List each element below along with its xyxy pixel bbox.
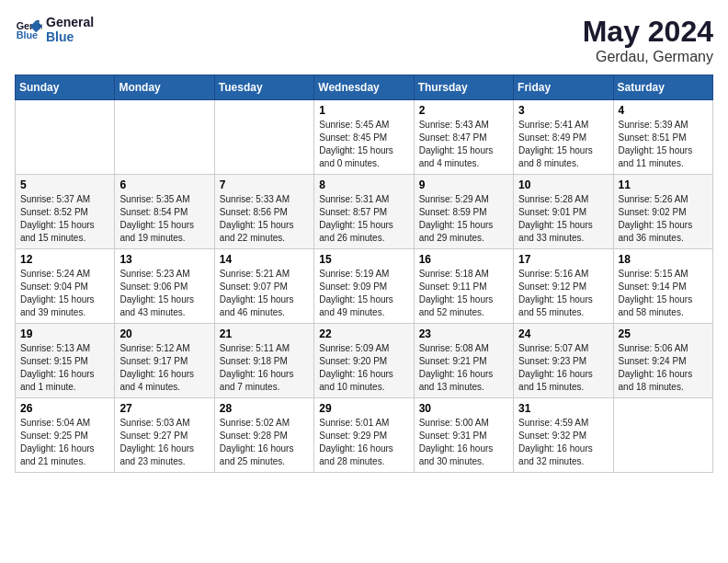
day-number: 24: [518, 327, 608, 340]
day-info: Sunrise: 5:26 AM Sunset: 9:02 PM Dayligh…: [619, 193, 708, 245]
day-number: 29: [319, 402, 408, 415]
calendar-cell: 3Sunrise: 5:41 AM Sunset: 8:49 PM Daylig…: [514, 100, 613, 175]
day-number: 23: [419, 327, 508, 340]
day-info: Sunrise: 5:18 AM Sunset: 9:11 PM Dayligh…: [419, 268, 508, 319]
logo-icon: General Blue: [15, 16, 42, 43]
day-info: Sunrise: 5:01 AM Sunset: 9:29 PM Dayligh…: [319, 417, 408, 468]
day-number: 17: [518, 253, 608, 266]
day-info: Sunrise: 5:15 AM Sunset: 9:14 PM Dayligh…: [619, 268, 708, 319]
logo-text-general: General: [46, 15, 94, 29]
calendar-cell: 9Sunrise: 5:29 AM Sunset: 8:59 PM Daylig…: [414, 175, 513, 249]
calendar-week-row: 19Sunrise: 5:13 AM Sunset: 9:15 PM Dayli…: [16, 324, 713, 398]
day-number: 19: [20, 327, 109, 340]
calendar-cell: 13Sunrise: 5:23 AM Sunset: 9:06 PM Dayli…: [115, 249, 214, 324]
day-info: Sunrise: 5:35 AM Sunset: 8:54 PM Dayligh…: [119, 193, 209, 245]
day-info: Sunrise: 5:28 AM Sunset: 9:01 PM Dayligh…: [518, 193, 608, 245]
calendar-cell: 26Sunrise: 5:04 AM Sunset: 9:25 PM Dayli…: [16, 398, 115, 473]
day-number: 11: [619, 178, 708, 191]
day-number: 21: [220, 327, 309, 340]
day-info: Sunrise: 5:45 AM Sunset: 8:45 PM Dayligh…: [319, 119, 408, 170]
calendar-cell: 14Sunrise: 5:21 AM Sunset: 9:07 PM Dayli…: [214, 249, 313, 324]
calendar-subtitle: Gerdau, Germany: [583, 49, 713, 65]
day-number: 13: [119, 253, 209, 266]
day-info: Sunrise: 5:29 AM Sunset: 8:59 PM Dayligh…: [419, 193, 508, 245]
day-number: 12: [20, 253, 109, 266]
day-info: Sunrise: 5:23 AM Sunset: 9:06 PM Dayligh…: [119, 268, 209, 319]
day-info: Sunrise: 5:21 AM Sunset: 9:07 PM Dayligh…: [220, 268, 309, 319]
day-info: Sunrise: 5:16 AM Sunset: 9:12 PM Dayligh…: [518, 268, 608, 319]
day-number: 2: [419, 104, 508, 117]
calendar-cell: 10Sunrise: 5:28 AM Sunset: 9:01 PM Dayli…: [514, 175, 613, 249]
weekday-header-monday: Monday: [115, 75, 214, 100]
calendar-cell: 7Sunrise: 5:33 AM Sunset: 8:56 PM Daylig…: [214, 175, 313, 249]
day-number: 3: [518, 104, 608, 117]
day-info: Sunrise: 5:11 AM Sunset: 9:18 PM Dayligh…: [220, 342, 309, 394]
calendar-cell: [16, 100, 115, 175]
day-number: 14: [220, 253, 309, 266]
calendar-cell: 27Sunrise: 5:03 AM Sunset: 9:27 PM Dayli…: [115, 398, 214, 473]
calendar-cell: 11Sunrise: 5:26 AM Sunset: 9:02 PM Dayli…: [613, 175, 712, 249]
day-info: Sunrise: 5:19 AM Sunset: 9:09 PM Dayligh…: [319, 268, 408, 319]
page-header: General Blue General Blue May 2024 Gerda…: [15, 15, 713, 65]
weekday-header-wednesday: Wednesday: [314, 75, 414, 100]
calendar-cell: 2Sunrise: 5:43 AM Sunset: 8:47 PM Daylig…: [414, 100, 513, 175]
calendar-week-row: 12Sunrise: 5:24 AM Sunset: 9:04 PM Dayli…: [16, 249, 713, 324]
day-number: 10: [518, 178, 608, 191]
day-number: 20: [119, 327, 209, 340]
day-number: 5: [20, 178, 109, 191]
weekday-header-saturday: Saturday: [613, 75, 712, 100]
calendar-cell: 23Sunrise: 5:08 AM Sunset: 9:21 PM Dayli…: [414, 324, 513, 398]
calendar-cell: 29Sunrise: 5:01 AM Sunset: 9:29 PM Dayli…: [314, 398, 414, 473]
calendar-cell: [214, 100, 313, 175]
day-info: Sunrise: 5:31 AM Sunset: 8:57 PM Dayligh…: [319, 193, 408, 245]
calendar-cell: [613, 398, 712, 473]
day-number: 9: [419, 178, 508, 191]
day-info: Sunrise: 5:13 AM Sunset: 9:15 PM Dayligh…: [20, 342, 109, 394]
calendar-cell: 18Sunrise: 5:15 AM Sunset: 9:14 PM Dayli…: [613, 249, 712, 324]
calendar-body: 1Sunrise: 5:45 AM Sunset: 8:45 PM Daylig…: [16, 100, 713, 473]
calendar-cell: 6Sunrise: 5:35 AM Sunset: 8:54 PM Daylig…: [115, 175, 214, 249]
weekday-header-row: SundayMondayTuesdayWednesdayThursdayFrid…: [16, 75, 713, 100]
day-info: Sunrise: 5:03 AM Sunset: 9:27 PM Dayligh…: [119, 417, 209, 468]
day-number: 27: [119, 402, 209, 415]
calendar-cell: 4Sunrise: 5:39 AM Sunset: 8:51 PM Daylig…: [613, 100, 712, 175]
day-number: 26: [20, 402, 109, 415]
calendar-cell: 19Sunrise: 5:13 AM Sunset: 9:15 PM Dayli…: [16, 324, 115, 398]
calendar-cell: 12Sunrise: 5:24 AM Sunset: 9:04 PM Dayli…: [16, 249, 115, 324]
calendar-cell: 30Sunrise: 5:00 AM Sunset: 9:31 PM Dayli…: [414, 398, 513, 473]
calendar-cell: 28Sunrise: 5:02 AM Sunset: 9:28 PM Dayli…: [214, 398, 313, 473]
day-info: Sunrise: 5:00 AM Sunset: 9:31 PM Dayligh…: [419, 417, 508, 468]
day-info: Sunrise: 5:39 AM Sunset: 8:51 PM Dayligh…: [619, 119, 708, 170]
day-number: 7: [220, 178, 309, 191]
day-info: Sunrise: 5:09 AM Sunset: 9:20 PM Dayligh…: [319, 342, 408, 394]
svg-text:Blue: Blue: [17, 29, 38, 40]
day-info: Sunrise: 5:04 AM Sunset: 9:25 PM Dayligh…: [20, 417, 109, 468]
calendar-title: May 2024: [583, 15, 713, 49]
day-info: Sunrise: 5:24 AM Sunset: 9:04 PM Dayligh…: [20, 268, 109, 319]
day-number: 16: [419, 253, 508, 266]
calendar-cell: 1Sunrise: 5:45 AM Sunset: 8:45 PM Daylig…: [314, 100, 414, 175]
weekday-header-friday: Friday: [514, 75, 613, 100]
day-info: Sunrise: 5:33 AM Sunset: 8:56 PM Dayligh…: [220, 193, 309, 245]
day-number: 28: [220, 402, 309, 415]
calendar-cell: 25Sunrise: 5:06 AM Sunset: 9:24 PM Dayli…: [613, 324, 712, 398]
weekday-header-sunday: Sunday: [16, 75, 115, 100]
calendar-cell: 24Sunrise: 5:07 AM Sunset: 9:23 PM Dayli…: [514, 324, 613, 398]
day-info: Sunrise: 5:41 AM Sunset: 8:49 PM Dayligh…: [518, 119, 608, 170]
day-info: Sunrise: 5:06 AM Sunset: 9:24 PM Dayligh…: [619, 342, 708, 394]
day-number: 30: [419, 402, 508, 415]
day-number: 6: [119, 178, 209, 191]
logo: General Blue General Blue: [15, 15, 94, 44]
calendar-cell: 31Sunrise: 4:59 AM Sunset: 9:32 PM Dayli…: [514, 398, 613, 473]
day-info: Sunrise: 5:02 AM Sunset: 9:28 PM Dayligh…: [220, 417, 309, 468]
calendar-cell: 22Sunrise: 5:09 AM Sunset: 9:20 PM Dayli…: [314, 324, 414, 398]
calendar-cell: 15Sunrise: 5:19 AM Sunset: 9:09 PM Dayli…: [314, 249, 414, 324]
day-number: 1: [319, 104, 408, 117]
calendar-week-row: 1Sunrise: 5:45 AM Sunset: 8:45 PM Daylig…: [16, 100, 713, 175]
day-number: 31: [518, 402, 608, 415]
calendar-header: SundayMondayTuesdayWednesdayThursdayFrid…: [16, 75, 713, 100]
day-number: 15: [319, 253, 408, 266]
calendar-cell: 5Sunrise: 5:37 AM Sunset: 8:52 PM Daylig…: [16, 175, 115, 249]
day-info: Sunrise: 4:59 AM Sunset: 9:32 PM Dayligh…: [518, 417, 608, 468]
calendar-week-row: 5Sunrise: 5:37 AM Sunset: 8:52 PM Daylig…: [16, 175, 713, 249]
